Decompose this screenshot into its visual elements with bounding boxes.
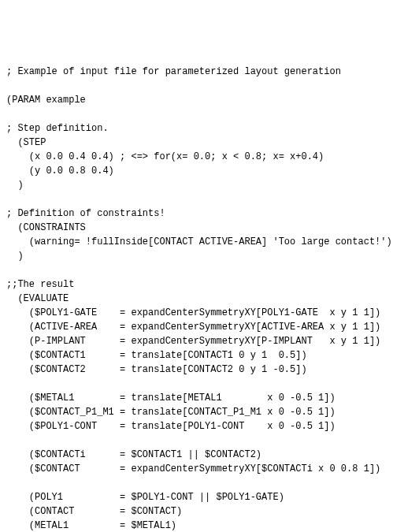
- code-line: (x 0.0 0.4 0.4) ; <=> for(x= 0.0; x < 0.…: [6, 150, 413, 164]
- code-line: ): [6, 249, 413, 263]
- code-line: ;;The result: [6, 277, 413, 292]
- code-line: (P-IMPLANT = expandCenterSymmetryXY[P-IM…: [6, 334, 413, 348]
- code-line: (warning= !fullInside[CONTACT ACTIVE-ARE…: [6, 235, 413, 249]
- code-line: [6, 263, 413, 277]
- code-line: ($POLY1-CONT = translate[POLY1-CONT x 0 …: [6, 419, 413, 433]
- code-line: ($METAL1 = translate[METAL1 x 0 -0.5 1]): [6, 391, 413, 405]
- code-line: ; Example of input file for parameterize…: [6, 65, 413, 79]
- code-line: (y 0.0 0.8 0.4): [6, 164, 413, 178]
- code-line: (CONSTRAINTS: [6, 221, 413, 235]
- code-line: ($CONTACT_P1_M1 = translate[CONTACT_P1_M…: [6, 405, 413, 419]
- code-line: (POLY1 = $POLY1-CONT || $POLY1-GATE): [6, 490, 413, 504]
- code-line: (EVALUATE: [6, 292, 413, 306]
- code-line: ; Step definition.: [6, 121, 413, 136]
- code-line: (PARAM example: [6, 93, 413, 107]
- code-line: (CONTACT = $CONTACT): [6, 504, 413, 519]
- code-line: ($CONTACT = expandCenterSymmetryXY[$CONT…: [6, 462, 413, 476]
- code-line: (METAL1 = $METAL1): [6, 519, 413, 532]
- code-line: (STEP: [6, 136, 413, 150]
- code-line: [6, 476, 413, 490]
- code-line: ; Definition of constraints!: [6, 206, 413, 221]
- code-line: ($CONTACT1 = translate[CONTACT1 0 y 1 0.…: [6, 348, 413, 363]
- code-line: [6, 107, 413, 121]
- code-line: [6, 79, 413, 93]
- code-line: [6, 433, 413, 448]
- code-line: ($CONTACTi = $CONTACT1 || $CONTACT2): [6, 448, 413, 462]
- code-line: [6, 377, 413, 391]
- code-block: ; Example of input file for parameterize…: [6, 65, 413, 532]
- code-line: (ACTIVE-AREA = expandCenterSymmetryXY[AC…: [6, 320, 413, 334]
- code-line: ($POLY1-GATE = expandCenterSymmetryXY[PO…: [6, 306, 413, 320]
- code-line: ): [6, 178, 413, 192]
- code-line: ($CONTACT2 = translate[CONTACT2 0 y 1 -0…: [6, 363, 413, 377]
- code-line: [6, 192, 413, 206]
